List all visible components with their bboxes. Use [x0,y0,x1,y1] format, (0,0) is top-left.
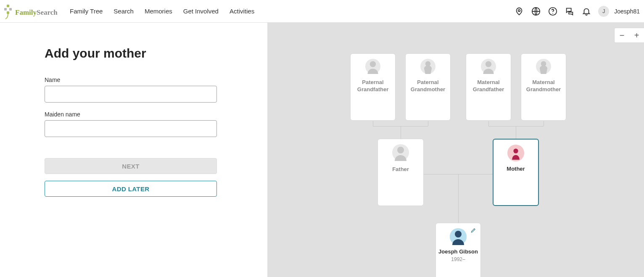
person-male-icon [392,144,409,161]
nav-search[interactable]: Search [113,6,135,16]
card-label: Father [390,166,412,173]
person-female-icon [536,59,551,74]
nav-memories[interactable]: Memories [144,6,173,16]
card-label: Maternal Grandmother [521,79,566,93]
main-nav: Family Tree Search Memories Get Involved… [69,6,255,16]
person-female-icon [420,59,435,74]
globe-icon[interactable] [531,6,541,16]
card-paternal-grandfather[interactable]: Paternal Grandfather [350,53,396,121]
username[interactable]: Joesph81 [614,8,640,15]
nav-family-tree[interactable]: Family Tree [69,6,103,16]
card-label: Paternal Grandfather [351,79,395,93]
add-later-button[interactable]: ADD LATER [45,181,217,197]
nav-get-involved[interactable]: Get Involved [182,6,219,16]
self-name: Joesph Gibson [436,248,480,256]
header: FamilySearch Family Tree Search Memories… [0,0,644,23]
next-button[interactable]: NEXT [45,158,217,174]
svg-point-5 [518,9,520,11]
card-paternal-grandmother[interactable]: Paternal Grandmother [405,53,451,121]
maiden-name-input[interactable] [45,120,217,137]
svg-point-17 [455,231,462,237]
card-self[interactable]: Joesph Gibson 1992– [435,223,481,277]
svg-text:FamilySearch: FamilySearch [15,8,58,16]
bell-icon[interactable] [581,6,591,16]
card-father[interactable]: Father [377,139,424,206]
nav-activities[interactable]: Activities [229,6,255,16]
svg-point-9 [370,61,376,67]
card-mother[interactable]: Mother [493,139,539,206]
svg-rect-1 [4,8,7,11]
self-years: 1992– [451,256,465,262]
card-label: Maternal Grandfather [466,79,511,93]
name-label: Name [45,77,217,83]
svg-point-10 [425,61,431,66]
logo[interactable]: FamilySearch [3,3,62,20]
card-maternal-grandfather[interactable]: Maternal Grandfather [466,53,511,121]
card-label: Mother [504,166,527,173]
svg-point-15 [513,149,518,153]
form-panel: Add your mother Name Maiden name NEXT AD… [0,23,267,277]
name-input[interactable] [45,86,217,103]
header-icons: J Joesph81 [514,6,640,17]
tree-canvas[interactable]: − + Paternal Grandfather [267,23,644,277]
person-female-icon [507,145,524,161]
help-icon[interactable] [548,6,558,16]
user-avatar[interactable]: J [598,6,609,17]
edit-icon[interactable] [470,227,476,235]
svg-point-11 [486,61,491,67]
svg-rect-3 [7,11,9,14]
person-male-icon [365,59,380,74]
form-title: Add your mother [45,46,217,61]
svg-rect-0 [7,5,9,7]
messages-icon[interactable] [565,6,575,16]
card-label: Paternal Grandmother [406,79,450,93]
svg-point-13 [397,147,404,153]
svg-rect-2 [9,8,12,11]
person-male-icon [481,59,496,74]
svg-point-12 [541,61,546,66]
maiden-name-label: Maiden name [45,111,217,118]
svg-point-8 [552,13,553,13]
card-maternal-grandmother[interactable]: Maternal Grandmother [521,53,566,121]
map-pin-icon[interactable] [514,6,524,16]
person-male-icon [450,228,467,245]
